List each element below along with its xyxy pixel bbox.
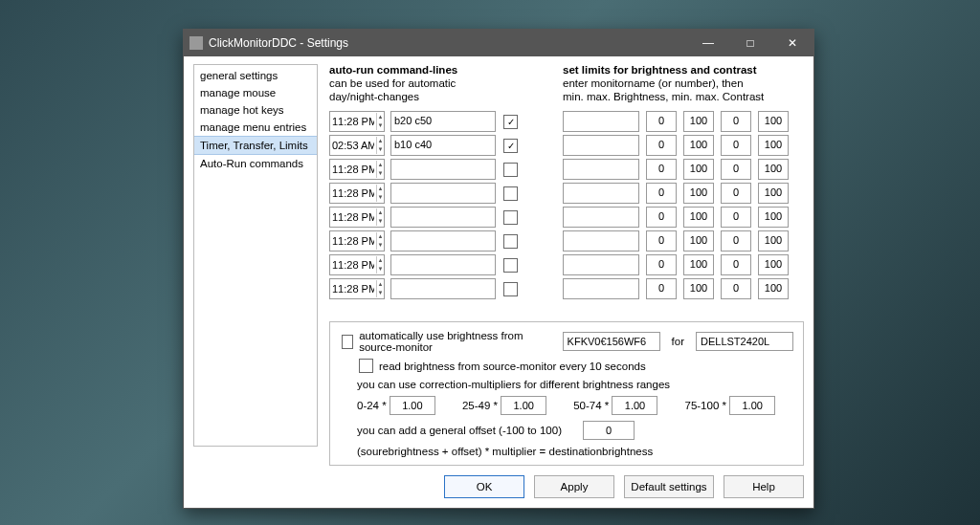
sidebar-item-4[interactable]: Timer, Transfer, Limits — [194, 136, 317, 155]
limit-monitor-name-1[interactable] — [564, 136, 638, 153]
limit-contrast-max-7[interactable] — [759, 279, 788, 296]
autorun-enable-checkbox-4[interactable] — [503, 210, 518, 225]
spinner-down-icon[interactable]: ▼ — [377, 217, 384, 226]
autorun-enable-checkbox-5[interactable] — [503, 234, 518, 249]
autorun-cmd-input-2[interactable] — [391, 160, 495, 177]
sidebar-item-0[interactable]: general settings — [194, 67, 317, 84]
limit-contrast-max-1[interactable] — [759, 136, 788, 153]
autorun-enable-checkbox-0[interactable] — [503, 115, 518, 129]
spinner-down-icon[interactable]: ▼ — [377, 121, 384, 130]
spinner-down-icon[interactable]: ▼ — [377, 193, 384, 202]
limit-monitor-name-7[interactable] — [564, 279, 638, 296]
autorun-time-1[interactable]: ▲▼ — [329, 135, 385, 156]
autorun-time-input-3[interactable] — [330, 185, 376, 202]
autorun-time-input-1[interactable] — [330, 137, 376, 154]
limit-brightness-max-7[interactable] — [684, 279, 713, 296]
spinner-down-icon[interactable]: ▼ — [377, 289, 384, 297]
limit-brightness-min-6[interactable] — [647, 255, 676, 273]
limit-brightness-min-5[interactable] — [647, 231, 676, 249]
range-75-100-input[interactable] — [729, 396, 775, 415]
read-brightness-checkbox[interactable] — [359, 359, 373, 373]
sidebar-item-3[interactable]: manage menu entries — [194, 119, 317, 136]
limit-monitor-name-4[interactable] — [564, 208, 638, 225]
spinner-up-icon[interactable]: ▲ — [377, 280, 384, 289]
titlebar[interactable]: ClickMonitorDDC - Settings — □ ✕ — [184, 30, 813, 56]
help-button[interactable]: Help — [724, 475, 804, 498]
limit-brightness-max-2[interactable] — [684, 160, 713, 177]
spinner-down-icon[interactable]: ▼ — [377, 265, 384, 273]
limit-contrast-min-5[interactable] — [722, 231, 750, 249]
autorun-enable-checkbox-1[interactable] — [503, 139, 518, 153]
spinner-up-icon[interactable]: ▲ — [377, 256, 384, 265]
apply-button[interactable]: Apply — [534, 475, 614, 498]
autorun-cmd-input-0[interactable] — [391, 112, 495, 129]
autorun-enable-checkbox-7[interactable] — [503, 282, 518, 296]
limit-brightness-max-3[interactable] — [684, 184, 713, 201]
limit-brightness-max-0[interactable] — [684, 112, 713, 129]
limit-contrast-max-5[interactable] — [759, 231, 788, 249]
limit-contrast-min-3[interactable] — [722, 184, 750, 201]
autorun-time-0[interactable]: ▲▼ — [329, 111, 385, 132]
auto-brightness-checkbox[interactable] — [342, 335, 353, 349]
range-50-74-input[interactable] — [612, 396, 657, 415]
limit-contrast-max-2[interactable] — [759, 160, 788, 177]
range-25-49-input[interactable] — [501, 396, 546, 415]
limit-monitor-name-2[interactable] — [564, 160, 638, 177]
autorun-time-input-7[interactable] — [330, 280, 376, 297]
limit-brightness-min-1[interactable] — [647, 136, 676, 153]
limit-contrast-min-1[interactable] — [722, 136, 750, 153]
spinner-down-icon[interactable]: ▼ — [377, 241, 384, 250]
autorun-time-6[interactable]: ▲▼ — [329, 254, 385, 275]
limit-monitor-name-0[interactable] — [564, 112, 638, 129]
autorun-cmd-input-5[interactable] — [391, 231, 495, 249]
limit-brightness-min-4[interactable] — [647, 208, 676, 225]
maximize-button[interactable]: □ — [729, 30, 771, 56]
spinner-up-icon[interactable]: ▲ — [377, 161, 384, 169]
limit-brightness-max-6[interactable] — [684, 255, 713, 273]
autorun-time-2[interactable]: ▲▼ — [329, 159, 385, 180]
settings-sidebar[interactable]: general settingsmanage mousemanage hot k… — [193, 64, 318, 447]
spinner-down-icon[interactable]: ▼ — [377, 145, 384, 154]
limit-contrast-min-4[interactable] — [722, 208, 750, 225]
offset-input[interactable] — [583, 421, 635, 440]
limit-contrast-max-6[interactable] — [759, 255, 788, 273]
limit-contrast-min-7[interactable] — [722, 279, 750, 296]
limit-contrast-max-0[interactable] — [759, 112, 788, 129]
limit-contrast-min-2[interactable] — [722, 160, 750, 177]
limit-contrast-max-3[interactable] — [759, 184, 788, 201]
autorun-time-input-2[interactable] — [330, 161, 376, 178]
spinner-up-icon[interactable]: ▲ — [377, 232, 384, 241]
limit-brightness-max-1[interactable] — [684, 136, 713, 153]
limit-contrast-max-4[interactable] — [759, 208, 788, 225]
autorun-time-7[interactable]: ▲▼ — [329, 278, 385, 299]
autorun-cmd-input-1[interactable] — [391, 136, 495, 153]
autorun-time-4[interactable]: ▲▼ — [329, 207, 385, 228]
spinner-up-icon[interactable]: ▲ — [377, 113, 384, 121]
limit-brightness-max-5[interactable] — [684, 231, 713, 249]
limit-monitor-name-3[interactable] — [564, 184, 638, 201]
autorun-time-3[interactable]: ▲▼ — [329, 183, 385, 204]
spinner-up-icon[interactable]: ▲ — [377, 137, 384, 145]
spinner-down-icon[interactable]: ▼ — [377, 169, 384, 178]
autorun-time-input-0[interactable] — [330, 113, 376, 130]
range-0-24-input[interactable] — [390, 396, 435, 415]
limit-contrast-min-0[interactable] — [722, 112, 750, 129]
autorun-cmd-input-3[interactable] — [391, 184, 495, 201]
limit-brightness-min-7[interactable] — [647, 279, 676, 296]
autorun-enable-checkbox-3[interactable] — [503, 186, 518, 201]
autorun-time-input-5[interactable] — [330, 232, 376, 250]
sidebar-item-2[interactable]: manage hot keys — [194, 101, 317, 119]
limit-contrast-min-6[interactable] — [722, 255, 750, 273]
sidebar-item-5[interactable]: Auto-Run commands — [194, 155, 317, 172]
limit-brightness-min-0[interactable] — [647, 112, 676, 129]
autorun-time-input-4[interactable] — [330, 208, 376, 226]
autorun-time-5[interactable]: ▲▼ — [329, 230, 385, 252]
spinner-up-icon[interactable]: ▲ — [377, 208, 384, 217]
autorun-cmd-input-6[interactable] — [391, 255, 495, 273]
autorun-cmd-input-7[interactable] — [391, 279, 495, 296]
autorun-enable-checkbox-2[interactable] — [503, 163, 518, 177]
limit-brightness-max-4[interactable] — [684, 208, 713, 225]
limit-monitor-name-6[interactable] — [564, 255, 638, 273]
sidebar-item-1[interactable]: manage mouse — [194, 84, 317, 101]
dest-monitor-field[interactable] — [696, 332, 793, 351]
